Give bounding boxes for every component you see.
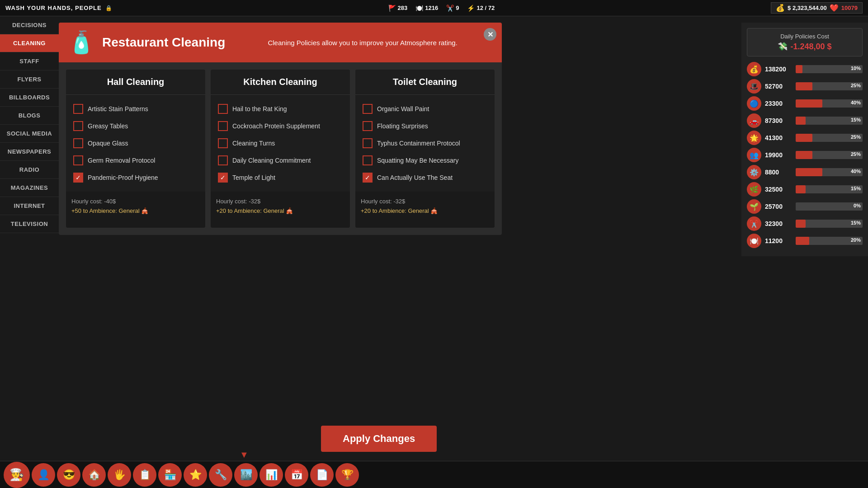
stat-num-5: 19900 — [765, 151, 792, 159]
checkbox-rat-king[interactable] — [218, 104, 228, 114]
stat-icon-0: 💰 — [747, 62, 761, 76]
bottom-btn-chef[interactable]: 👨‍🍳 — [4, 462, 30, 488]
policy-opaque-glass[interactable]: Opaque Glass — [71, 135, 200, 152]
sidebar-item-billboards[interactable]: BILLBOARDS — [0, 89, 59, 107]
policy-typhus[interactable]: Typhus Containment Protocol — [361, 135, 489, 152]
stat-bar-10: 20% — [796, 237, 863, 245]
policy-daily-cleaning[interactable]: Daily Cleaning Commitment — [216, 152, 344, 169]
close-button[interactable]: ✕ — [484, 28, 496, 41]
points-value: 10079 — [841, 5, 858, 11]
sidebar-item-cleaning[interactable]: CLEANING — [0, 34, 59, 52]
stat-pct-8: 0% — [854, 203, 861, 208]
stat-num-10: 11200 — [765, 237, 792, 244]
checkbox-floating-surprises[interactable] — [363, 121, 373, 131]
checkbox-daily-cleaning[interactable] — [218, 155, 228, 165]
stat-row-7: 🌿3250015% — [747, 182, 863, 197]
checkbox-greasy-tables[interactable] — [73, 121, 83, 131]
bottom-btn-star[interactable]: ⭐ — [184, 463, 207, 487]
kitchen-cost: Hourly cost: -32$ — [216, 197, 344, 206]
stat-pct-6: 40% — [851, 169, 861, 174]
stat-row-8: 🌱257000% — [747, 199, 863, 214]
policy-label: Cockroach Protein Supplement — [232, 122, 320, 130]
stat-bar-3: 15% — [796, 117, 863, 125]
bottom-btn-hand[interactable]: 🖐️ — [108, 463, 131, 487]
policy-label: Hail to the Rat King — [232, 105, 287, 113]
hall-cleaning-header: Hall Cleaning — [66, 70, 205, 95]
policy-cockroach[interactable]: Cockroach Protein Supplement — [216, 117, 344, 135]
policy-rat-king[interactable]: Hail to the Rat King — [216, 100, 344, 117]
policy-temple-light[interactable]: Temple of Light — [216, 169, 344, 186]
bottom-btn-doc[interactable]: 📄 — [310, 463, 334, 487]
hall-cleaning-items: Artistic Stain Patterns Greasy Tables Op… — [66, 95, 205, 192]
sidebar-item-staff[interactable]: STAFF — [0, 52, 59, 70]
checkbox-organic-wall[interactable] — [363, 104, 373, 114]
stat-pct-4: 25% — [851, 134, 861, 140]
scissors-icon: ✂️ — [446, 5, 454, 12]
policy-squatting[interactable]: Squatting May Be Necessary — [361, 152, 489, 169]
stat-pct-7: 15% — [851, 186, 861, 191]
cost-icon: 💸 — [778, 42, 788, 52]
daily-cost-value: 💸 -1.248,00 $ — [753, 42, 857, 52]
bottom-btn-calendar[interactable]: 📅 — [285, 463, 308, 487]
daily-cost-label: Daily Policies Cost — [753, 33, 857, 40]
sidebar-item-blogs[interactable]: BLOGS — [0, 107, 59, 125]
heart-icon: ❤️ — [830, 4, 839, 12]
sidebar-item-magazines[interactable]: MAGAZINES — [0, 179, 59, 197]
stat-row-10: 🍽️1120020% — [747, 234, 863, 248]
kitchen-cleaning-header: Kitchen Cleaning — [211, 70, 350, 95]
bottom-btn-user[interactable]: 👤 — [32, 463, 55, 487]
stats-list: 💰13820010%🎩5270025%🔵2330040%🚗8730015%🌟41… — [747, 62, 863, 248]
stat-bar-fill-1 — [796, 82, 812, 90]
checkbox-squatting[interactable] — [363, 155, 373, 165]
sidebar-item-flyers[interactable]: FLYERS — [0, 70, 59, 89]
policy-use-seat[interactable]: Can Actually Use The Seat — [361, 169, 489, 186]
stat-bar-7: 15% — [796, 185, 863, 193]
apply-changes-button[interactable]: Apply Changes — [321, 426, 437, 452]
kitchen-ambience: +20 to Ambience: General 🎪 — [216, 206, 344, 216]
checkbox-typhus[interactable] — [363, 138, 373, 148]
sidebar-item-radio[interactable]: RADIO — [0, 161, 59, 179]
policy-label: Can Actually Use The Seat — [377, 174, 453, 181]
checkbox-pandemic-hygiene[interactable] — [73, 173, 83, 183]
policy-cleaning-turns[interactable]: Cleaning Turns — [216, 135, 344, 152]
stat-pct-3: 15% — [851, 117, 861, 122]
policy-label: Pandemic-Proof Hygiene — [88, 174, 158, 181]
checkbox-cleaning-turns[interactable] — [218, 138, 228, 148]
bottom-btn-home[interactable]: 🏠 — [82, 463, 106, 487]
policy-pandemic-hygiene[interactable]: Pandemic-Proof Hygiene — [71, 169, 200, 186]
checkbox-temple-light[interactable] — [218, 173, 228, 183]
cleaning-icon: 🧴 — [68, 30, 95, 55]
policy-germ-removal[interactable]: Germ Removal Protocol — [71, 152, 200, 169]
stat-bar-fill-6 — [796, 168, 822, 176]
stat-bar-fill-10 — [796, 237, 809, 245]
stat-bar-fill-3 — [796, 117, 806, 125]
bottombar: 👨‍🍳 👤 😎 🏠 🖐️ 📋 🏪 ⭐ 🔧 🏙️ 📊 📅 📄 🏆 — [0, 461, 868, 488]
policy-floating-surprises[interactable]: Floating Surprises — [361, 117, 489, 135]
bottom-btn-chart[interactable]: 📊 — [259, 463, 283, 487]
checkbox-use-seat[interactable] — [363, 173, 373, 183]
sidebar-item-internet[interactable]: INTERNET — [0, 197, 59, 215]
bottom-btn-settings[interactable]: 🔧 — [209, 463, 232, 487]
modal-header: 🧴 Restaurant Cleaning Cleaning Policies … — [59, 23, 502, 62]
bottom-btn-face[interactable]: 😎 — [57, 463, 80, 487]
policy-artistic-stain[interactable]: Artistic Stain Patterns — [71, 100, 200, 117]
toilet-cleaning-footer: Hourly cost: -32$ +20 to Ambience: Gener… — [355, 192, 495, 228]
bottom-btn-city[interactable]: 🏙️ — [234, 463, 258, 487]
stat-num-9: 32300 — [765, 220, 792, 227]
sidebar-item-television[interactable]: TELEVISION — [0, 215, 59, 233]
sidebar-item-decisions[interactable]: DECISIONS — [0, 16, 59, 34]
checkbox-cockroach[interactable] — [218, 121, 228, 131]
topbar-title: WASH YOUR HANDS, PEOPLE — [5, 5, 102, 11]
stat-row-2: 🔵2330040% — [747, 96, 863, 111]
bottom-btn-trophy[interactable]: 🏆 — [335, 463, 359, 487]
checkbox-artistic-stain[interactable] — [73, 104, 83, 114]
checkbox-opaque-glass[interactable] — [73, 138, 83, 148]
kitchen-cleaning-footer: Hourly cost: -32$ +20 to Ambience: Gener… — [211, 192, 350, 228]
checkbox-germ-removal[interactable] — [73, 155, 83, 165]
sidebar-item-social-media[interactable]: SOCIAL MEDIA — [0, 125, 59, 143]
bottom-btn-clipboard[interactable]: 📋 — [133, 463, 156, 487]
policy-greasy-tables[interactable]: Greasy Tables — [71, 117, 200, 135]
bottom-btn-store[interactable]: 🏪 — [158, 463, 182, 487]
sidebar-item-newspapers[interactable]: NEWSPAPERS — [0, 143, 59, 161]
policy-organic-wall[interactable]: Organic Wall Paint — [361, 100, 489, 117]
